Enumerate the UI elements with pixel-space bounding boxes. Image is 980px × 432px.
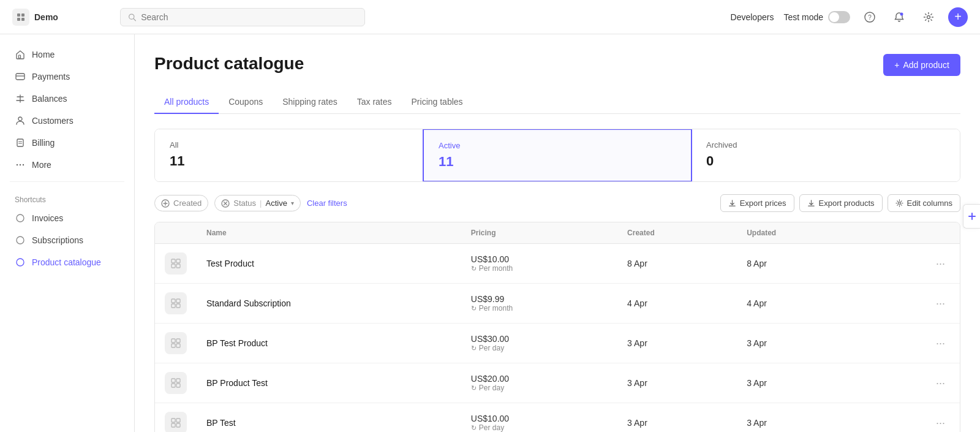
pricing-main: US$10.00 bbox=[471, 254, 608, 264]
sidebar-divider bbox=[10, 181, 124, 182]
toggle-knob bbox=[829, 12, 839, 22]
search-input[interactable] bbox=[141, 12, 357, 22]
sidebar-item-customers[interactable]: Customers bbox=[5, 110, 129, 131]
home-label: Home bbox=[32, 50, 55, 59]
table-row[interactable]: BP Test Product US$30.00 ↻ Per day 3 Apr… bbox=[155, 324, 960, 363]
test-mode-toggle[interactable] bbox=[828, 11, 850, 23]
payments-icon bbox=[15, 71, 26, 82]
svg-rect-37 bbox=[176, 304, 180, 308]
global-add-button[interactable]: + bbox=[948, 7, 968, 27]
svg-rect-34 bbox=[172, 299, 175, 303]
svg-line-5 bbox=[134, 18, 135, 20]
help-icon[interactable]: ? bbox=[860, 7, 880, 27]
svg-rect-11 bbox=[16, 74, 24, 80]
row-more-button[interactable]: ··· bbox=[931, 374, 950, 392]
svg-rect-38 bbox=[172, 339, 175, 343]
sidebar-item-home[interactable]: Home bbox=[5, 44, 129, 65]
settings-icon[interactable] bbox=[919, 7, 938, 27]
svg-rect-49 bbox=[176, 423, 180, 427]
product-name: Test Product bbox=[206, 259, 254, 268]
recur-icon: ↻ bbox=[471, 384, 477, 392]
row-more-button[interactable]: ··· bbox=[931, 255, 950, 272]
filter-active-value: 11 bbox=[439, 154, 676, 170]
sidebar-item-invoices[interactable]: Invoices bbox=[5, 208, 129, 229]
home-icon bbox=[15, 49, 26, 60]
x-circle-icon bbox=[221, 199, 230, 208]
pricing-sub: ↻ Per month bbox=[471, 264, 608, 273]
svg-rect-0 bbox=[17, 13, 20, 17]
recur-icon: ↻ bbox=[471, 344, 477, 352]
filter-card-active[interactable]: Active 11 bbox=[423, 129, 692, 182]
chip-separator: | bbox=[260, 199, 262, 208]
billing-label: Billing bbox=[32, 138, 55, 148]
search-bar[interactable] bbox=[120, 8, 365, 26]
add-product-button[interactable]: + Add product bbox=[883, 54, 960, 76]
test-mode-label: Test mode bbox=[783, 12, 823, 22]
col-name: Name bbox=[197, 222, 461, 244]
edit-columns-button[interactable]: Edit columns bbox=[888, 194, 960, 212]
svg-rect-30 bbox=[172, 259, 175, 263]
tab-shipping-rates[interactable]: Shipping rates bbox=[273, 91, 347, 114]
status-chip-label: Status bbox=[233, 199, 256, 208]
subscriptions-label: Subscriptions bbox=[32, 235, 83, 245]
svg-rect-44 bbox=[172, 384, 175, 387]
tab-all-products[interactable]: All products bbox=[154, 91, 219, 114]
export-prices-icon bbox=[728, 199, 736, 207]
sidebar-item-billing[interactable]: Billing bbox=[5, 132, 129, 153]
row-more-button[interactable]: ··· bbox=[931, 335, 950, 352]
filter-card-all[interactable]: All 11 bbox=[155, 129, 423, 181]
filter-actions: Export prices Export products Edit colum… bbox=[720, 194, 960, 212]
updated-date: 8 Apr bbox=[737, 244, 861, 284]
product-catalogue-label: Product catalogue bbox=[32, 257, 101, 267]
svg-rect-41 bbox=[176, 344, 180, 347]
row-more-button[interactable]: ··· bbox=[931, 414, 950, 431]
topbar-right: Developers Test mode ? + bbox=[731, 7, 968, 27]
notifications-icon[interactable] bbox=[889, 7, 909, 27]
filter-card-archived[interactable]: Archived 0 bbox=[692, 129, 960, 181]
export-prices-button[interactable]: Export prices bbox=[720, 194, 794, 212]
svg-point-8 bbox=[900, 12, 903, 15]
more-icon bbox=[15, 159, 26, 170]
svg-rect-40 bbox=[172, 344, 175, 347]
table-row[interactable]: BP Test US$10.00 ↻ Per day 3 Apr 3 Apr ·… bbox=[155, 403, 960, 433]
table-header-row: Name Pricing Created Updated bbox=[155, 222, 960, 244]
status-filter-chip[interactable]: Status | Active ▾ bbox=[214, 195, 301, 211]
svg-point-22 bbox=[17, 259, 24, 266]
table-row[interactable]: BP Product Test US$20.00 ↻ Per day 3 Apr… bbox=[155, 363, 960, 403]
created-filter-chip[interactable]: Created bbox=[154, 195, 208, 211]
svg-text:?: ? bbox=[868, 14, 872, 21]
sidebar-item-product-catalogue[interactable]: Product catalogue bbox=[5, 252, 129, 273]
table-row[interactable]: Standard Subscription US$9.99 ↻ Per mont… bbox=[155, 284, 960, 324]
updated-date: 4 Apr bbox=[737, 284, 861, 324]
balances-icon bbox=[15, 93, 26, 104]
filter-archived-label: Archived bbox=[706, 140, 945, 150]
svg-point-19 bbox=[23, 164, 24, 165]
pricing-sub: ↻ Per day bbox=[471, 423, 608, 432]
created-date: 4 Apr bbox=[617, 284, 737, 324]
svg-rect-33 bbox=[176, 264, 180, 268]
edge-add-button[interactable] bbox=[963, 204, 980, 229]
clear-filters-button[interactable]: Clear filters bbox=[307, 199, 347, 208]
tab-coupons[interactable]: Coupons bbox=[219, 91, 273, 114]
sidebar-item-payments[interactable]: Payments bbox=[5, 66, 129, 87]
product-name: Standard Subscription bbox=[206, 298, 291, 308]
sidebar-item-subscriptions[interactable]: Subscriptions bbox=[5, 230, 129, 251]
col-actions bbox=[862, 222, 960, 244]
row-more-button[interactable]: ··· bbox=[931, 295, 950, 312]
tabs: All products Coupons Shipping rates Tax … bbox=[154, 91, 960, 114]
filter-active-label: Active bbox=[439, 141, 676, 150]
edit-columns-icon bbox=[895, 199, 903, 207]
app-logo[interactable]: Demo bbox=[12, 9, 110, 26]
table-row[interactable]: Test Product US$10.00 ↻ Per month 8 Apr … bbox=[155, 244, 960, 284]
search-icon bbox=[128, 13, 136, 21]
sidebar-item-balances[interactable]: Balances bbox=[5, 88, 129, 109]
tab-tax-rates[interactable]: Tax rates bbox=[347, 91, 402, 114]
shortcuts-label: Shortcuts bbox=[0, 188, 134, 207]
svg-rect-42 bbox=[172, 379, 175, 382]
updated-date: 3 Apr bbox=[737, 363, 861, 403]
tab-pricing-tables[interactable]: Pricing tables bbox=[402, 91, 473, 114]
billing-icon bbox=[15, 137, 26, 148]
developers-link[interactable]: Developers bbox=[731, 12, 774, 22]
sidebar-item-more[interactable]: More bbox=[5, 154, 129, 175]
export-products-button[interactable]: Export products bbox=[799, 194, 883, 212]
